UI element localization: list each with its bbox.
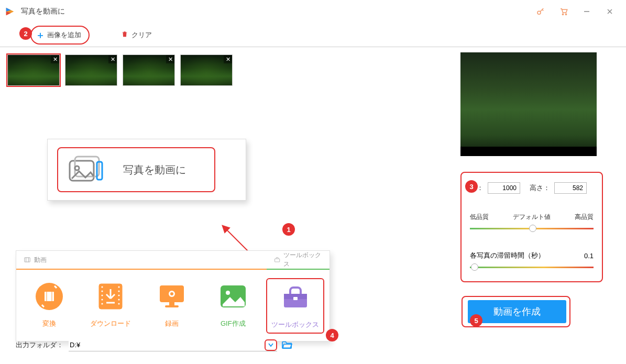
svg-point-4	[562, 14, 563, 15]
output-folder-label: 出力フォルダ：	[16, 340, 63, 350]
right-pane: 幅： 高さ： 低品質 デフォルト値 高品質 各写真の滞留時間（秒） 0.1	[460, 47, 626, 364]
plus-icon: ＋	[36, 29, 45, 41]
tools-panel: 動画 ツールボックス 変換 ダウンロード 録画	[16, 250, 330, 341]
svg-point-5	[565, 14, 566, 15]
gif-icon	[216, 281, 250, 312]
create-video-button[interactable]: 動画を作成	[468, 300, 566, 323]
video-preview	[460, 52, 597, 156]
toolbox-icon	[279, 282, 312, 313]
svg-rect-14	[25, 258, 30, 262]
svg-rect-44	[293, 297, 298, 300]
svg-point-29	[102, 303, 103, 304]
annotation-badge-5: 5	[470, 314, 482, 327]
svg-point-25	[102, 286, 103, 288]
download-icon	[94, 281, 127, 312]
height-label: 高さ：	[530, 183, 550, 193]
quality-default-label: デフォルト値	[513, 213, 551, 222]
open-folder-icon[interactable]	[281, 340, 293, 351]
title-bar: 写真を動画に	[0, 0, 626, 23]
svg-point-37	[170, 292, 173, 295]
tab-toolbox[interactable]: ツールボックス	[267, 251, 330, 269]
tab-video[interactable]: 動画	[16, 251, 267, 269]
convert-icon	[32, 281, 66, 312]
thumb-close-icon[interactable]: ✕	[166, 55, 174, 63]
photo-to-video-popup: 写真を動画に	[47, 139, 246, 201]
svg-rect-38	[169, 302, 174, 305]
toolbar: ＋ 画像を追加 クリア	[0, 23, 626, 47]
quality-slider[interactable]	[470, 225, 594, 232]
thumb-close-icon[interactable]: ✕	[51, 55, 59, 63]
key-icon[interactable]	[536, 7, 545, 16]
duration-slider[interactable]	[470, 263, 594, 271]
window-controls	[536, 7, 622, 16]
output-folder-row: 出力フォルダ：	[16, 339, 293, 351]
annotation-badge-1: 1	[282, 223, 295, 236]
annotation-badge-3: 3	[465, 180, 478, 193]
duration-slider-knob[interactable]	[471, 263, 478, 271]
clear-label: クリア	[131, 30, 152, 40]
tool-record[interactable]: 録画	[144, 278, 200, 334]
svg-point-3	[537, 11, 541, 14]
photo-to-video-item[interactable]: 写真を動画に	[57, 147, 215, 192]
settings-panel: 幅： 高さ： 低品質 デフォルト値 高品質 各写真の滞留時間（秒） 0.1	[460, 172, 603, 282]
tool-gif-label: GIF作成	[221, 319, 246, 328]
quality-high-label: 高品質	[575, 213, 594, 222]
thumbnail-strip: ✕ ✕ ✕ ✕	[7, 54, 453, 86]
cart-icon[interactable]	[559, 7, 568, 16]
thumbnail[interactable]: ✕	[65, 54, 117, 86]
add-image-button[interactable]: ＋ 画像を追加	[30, 26, 90, 45]
add-image-label: 画像を追加	[47, 30, 81, 40]
tab-toolbox-label: ツールボックス	[283, 251, 322, 269]
photo-stack-icon	[68, 156, 104, 184]
svg-point-27	[102, 294, 103, 296]
tool-toolbox[interactable]: ツールボックス	[266, 278, 324, 334]
close-icon[interactable]	[605, 7, 614, 16]
height-input[interactable]	[554, 182, 587, 194]
annotation-badge-2: 2	[19, 27, 32, 40]
svg-rect-19	[44, 291, 54, 302]
thumb-close-icon[interactable]: ✕	[108, 55, 117, 63]
svg-point-28	[102, 299, 103, 300]
tool-convert[interactable]: 変換	[21, 278, 78, 334]
tool-gif[interactable]: GIF作成	[205, 278, 261, 334]
record-icon	[155, 281, 189, 312]
svg-rect-39	[165, 305, 179, 307]
svg-rect-17	[275, 259, 280, 262]
svg-point-30	[118, 286, 120, 288]
tab-video-label: 動画	[34, 256, 47, 264]
thumbnail[interactable]: ✕	[123, 54, 175, 86]
tool-download[interactable]: ダウンロード	[83, 278, 139, 334]
thumbnail[interactable]: ✕	[180, 54, 233, 86]
thumbnail[interactable]: ✕	[7, 54, 60, 86]
svg-point-26	[102, 290, 103, 292]
svg-point-11	[75, 166, 79, 170]
tool-record-label: 録画	[165, 319, 179, 328]
width-input[interactable]	[488, 182, 520, 194]
svg-point-31	[118, 290, 120, 292]
annotation-badge-4: 4	[326, 329, 338, 341]
window-title: 写真を動画に	[21, 7, 536, 16]
thumb-close-icon[interactable]: ✕	[224, 55, 232, 63]
svg-point-33	[118, 299, 120, 300]
output-folder-input[interactable]	[69, 339, 277, 351]
quality-low-label: 低品質	[470, 213, 489, 222]
minimize-icon[interactable]	[582, 7, 591, 16]
output-folder-dropdown[interactable]	[265, 339, 277, 351]
app-logo-icon	[4, 6, 16, 17]
tool-toolbox-label: ツールボックス	[271, 320, 319, 329]
photo-to-video-label: 写真を動画に	[123, 163, 186, 177]
duration-label: 各写真の滞留時間（秒）	[470, 251, 545, 260]
tool-download-label: ダウンロード	[90, 319, 131, 328]
clear-button[interactable]: クリア	[121, 30, 152, 40]
left-pane: ✕ ✕ ✕ ✕ 写真を動画に	[0, 47, 460, 364]
tool-convert-label: 変換	[42, 319, 56, 328]
svg-point-41	[226, 291, 230, 295]
duration-value: 0.1	[584, 252, 594, 260]
svg-point-34	[118, 303, 120, 304]
trash-icon	[121, 30, 128, 39]
quality-slider-knob[interactable]	[529, 225, 536, 232]
svg-point-32	[118, 294, 120, 296]
